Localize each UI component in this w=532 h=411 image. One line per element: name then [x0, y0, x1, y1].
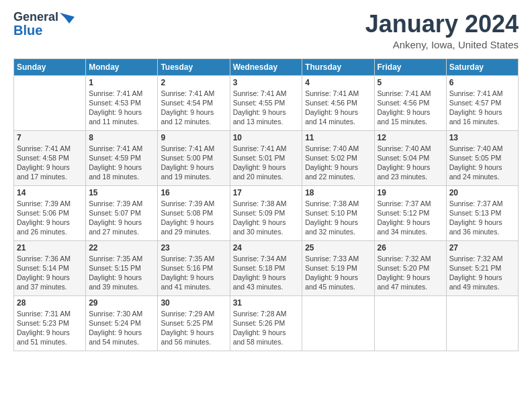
day-number: 5 [378, 78, 443, 87]
svg-marker-0 [60, 13, 75, 24]
day-info: Sunrise: 7:35 AMSunset: 5:16 PMDaylight:… [161, 254, 226, 292]
calendar-cell: 18Sunrise: 7:38 AMSunset: 5:10 PMDayligh… [302, 185, 374, 240]
calendar-cell: 4Sunrise: 7:41 AMSunset: 4:56 PMDaylight… [302, 75, 374, 130]
day-number: 29 [89, 298, 154, 308]
calendar-cell: 24Sunrise: 7:34 AMSunset: 5:18 PMDayligh… [230, 240, 302, 295]
month-title: January 2024 [365, 11, 519, 38]
calendar-cell: 30Sunrise: 7:29 AMSunset: 5:25 PMDayligh… [158, 295, 230, 351]
calendar-week-row: 28Sunrise: 7:31 AMSunset: 5:23 PMDayligh… [14, 295, 519, 351]
calendar-cell: 8Sunrise: 7:41 AMSunset: 4:59 PMDaylight… [86, 130, 158, 185]
day-number: 9 [161, 133, 226, 142]
calendar-week-row: 14Sunrise: 7:39 AMSunset: 5:06 PMDayligh… [14, 185, 519, 240]
col-tuesday: Tuesday [158, 58, 230, 75]
calendar-cell: 5Sunrise: 7:41 AMSunset: 4:56 PMDaylight… [374, 75, 446, 130]
calendar-cell: 31Sunrise: 7:28 AMSunset: 5:26 PMDayligh… [230, 295, 302, 351]
day-info: Sunrise: 7:40 AMSunset: 5:02 PMDaylight:… [305, 144, 371, 182]
calendar-cell: 11Sunrise: 7:40 AMSunset: 5:02 PMDayligh… [302, 130, 374, 185]
day-info: Sunrise: 7:38 AMSunset: 5:10 PMDaylight:… [305, 199, 371, 237]
day-number: 18 [305, 188, 371, 197]
day-info: Sunrise: 7:33 AMSunset: 5:19 PMDaylight:… [305, 254, 371, 292]
calendar-cell: 9Sunrise: 7:41 AMSunset: 5:00 PMDaylight… [158, 130, 230, 185]
calendar-cell [14, 75, 86, 130]
calendar-cell: 15Sunrise: 7:39 AMSunset: 5:07 PMDayligh… [86, 185, 158, 240]
day-info: Sunrise: 7:40 AMSunset: 5:04 PMDaylight:… [378, 144, 443, 182]
calendar-week-row: 21Sunrise: 7:36 AMSunset: 5:14 PMDayligh… [14, 240, 519, 295]
calendar-cell: 25Sunrise: 7:33 AMSunset: 5:19 PMDayligh… [302, 240, 374, 295]
day-number: 27 [449, 243, 515, 253]
location: Ankeny, Iowa, United States [365, 39, 519, 50]
day-info: Sunrise: 7:41 AMSunset: 4:58 PMDaylight:… [17, 144, 83, 182]
day-info: Sunrise: 7:41 AMSunset: 4:57 PMDaylight:… [449, 89, 515, 127]
calendar-cell: 20Sunrise: 7:37 AMSunset: 5:13 PMDayligh… [446, 185, 518, 240]
calendar-cell [446, 295, 518, 351]
day-info: Sunrise: 7:34 AMSunset: 5:18 PMDaylight:… [233, 254, 300, 292]
calendar-cell: 1Sunrise: 7:41 AMSunset: 4:53 PMDaylight… [86, 75, 158, 130]
col-saturday: Saturday [446, 58, 518, 75]
calendar-cell: 12Sunrise: 7:40 AMSunset: 5:04 PMDayligh… [374, 130, 446, 185]
day-number: 17 [233, 188, 300, 197]
day-info: Sunrise: 7:37 AMSunset: 5:12 PMDaylight:… [378, 199, 443, 237]
day-info: Sunrise: 7:41 AMSunset: 4:54 PMDaylight:… [161, 89, 226, 127]
day-number: 19 [378, 188, 443, 197]
calendar-table: Sunday Monday Tuesday Wednesday Thursday… [13, 58, 519, 351]
day-info: Sunrise: 7:41 AMSunset: 5:00 PMDaylight:… [161, 144, 226, 182]
calendar-cell: 6Sunrise: 7:41 AMSunset: 4:57 PMDaylight… [446, 75, 518, 130]
day-number: 14 [17, 188, 83, 197]
logo-bird-icon [60, 13, 75, 24]
calendar-cell: 23Sunrise: 7:35 AMSunset: 5:16 PMDayligh… [158, 240, 230, 295]
day-info: Sunrise: 7:37 AMSunset: 5:13 PMDaylight:… [449, 199, 515, 237]
calendar-cell: 28Sunrise: 7:31 AMSunset: 5:23 PMDayligh… [14, 295, 86, 351]
day-info: Sunrise: 7:35 AMSunset: 5:15 PMDaylight:… [89, 254, 154, 292]
day-info: Sunrise: 7:29 AMSunset: 5:25 PMDaylight:… [161, 309, 226, 347]
day-number: 20 [449, 188, 515, 197]
day-info: Sunrise: 7:40 AMSunset: 5:05 PMDaylight:… [449, 144, 515, 182]
calendar-cell: 21Sunrise: 7:36 AMSunset: 5:14 PMDayligh… [14, 240, 86, 295]
calendar-week-row: 7Sunrise: 7:41 AMSunset: 4:58 PMDaylight… [14, 130, 519, 185]
day-number: 23 [161, 243, 226, 253]
calendar-cell: 3Sunrise: 7:41 AMSunset: 4:55 PMDaylight… [230, 75, 302, 130]
calendar-cell: 10Sunrise: 7:41 AMSunset: 5:01 PMDayligh… [230, 130, 302, 185]
calendar-cell: 13Sunrise: 7:40 AMSunset: 5:05 PMDayligh… [446, 130, 518, 185]
day-info: Sunrise: 7:31 AMSunset: 5:23 PMDaylight:… [17, 309, 83, 347]
day-info: Sunrise: 7:41 AMSunset: 5:01 PMDaylight:… [233, 144, 300, 182]
day-number: 8 [89, 133, 154, 142]
day-number: 25 [305, 243, 371, 253]
calendar-cell: 27Sunrise: 7:32 AMSunset: 5:21 PMDayligh… [446, 240, 518, 295]
day-number: 21 [17, 243, 83, 253]
day-number: 2 [161, 78, 226, 87]
calendar-cell: 19Sunrise: 7:37 AMSunset: 5:12 PMDayligh… [374, 185, 446, 240]
logo: General Blue [13, 11, 75, 38]
day-info: Sunrise: 7:36 AMSunset: 5:14 PMDaylight:… [17, 254, 83, 292]
day-number: 22 [89, 243, 154, 253]
day-info: Sunrise: 7:41 AMSunset: 4:59 PMDaylight:… [89, 144, 154, 182]
day-number: 4 [305, 78, 371, 87]
day-number: 11 [305, 133, 371, 142]
day-info: Sunrise: 7:41 AMSunset: 4:53 PMDaylight:… [89, 89, 154, 127]
day-number: 28 [17, 298, 83, 308]
col-sunday: Sunday [14, 58, 86, 75]
col-friday: Friday [374, 58, 446, 75]
calendar-cell: 16Sunrise: 7:39 AMSunset: 5:08 PMDayligh… [158, 185, 230, 240]
col-thursday: Thursday [302, 58, 374, 75]
calendar-cell: 2Sunrise: 7:41 AMSunset: 4:54 PMDaylight… [158, 75, 230, 130]
day-number: 13 [449, 133, 515, 142]
col-monday: Monday [86, 58, 158, 75]
day-number: 7 [17, 133, 83, 142]
calendar-week-row: 1Sunrise: 7:41 AMSunset: 4:53 PMDaylight… [14, 75, 519, 130]
title-block: January 2024 Ankeny, Iowa, United States [365, 11, 519, 50]
day-number: 6 [449, 78, 515, 87]
day-number: 16 [161, 188, 226, 197]
calendar-cell: 29Sunrise: 7:30 AMSunset: 5:24 PMDayligh… [86, 295, 158, 351]
day-number: 26 [378, 243, 443, 253]
day-number: 3 [233, 78, 300, 87]
day-info: Sunrise: 7:41 AMSunset: 4:56 PMDaylight:… [305, 89, 371, 127]
calendar-cell [302, 295, 374, 351]
page-container: General Blue January 2024 Ankeny, Iowa, … [0, 0, 532, 358]
day-info: Sunrise: 7:41 AMSunset: 4:55 PMDaylight:… [233, 89, 300, 127]
day-number: 12 [378, 133, 443, 142]
calendar-cell: 26Sunrise: 7:32 AMSunset: 5:20 PMDayligh… [374, 240, 446, 295]
calendar-cell [374, 295, 446, 351]
day-number: 31 [233, 298, 300, 308]
day-info: Sunrise: 7:38 AMSunset: 5:09 PMDaylight:… [233, 199, 300, 237]
day-info: Sunrise: 7:28 AMSunset: 5:26 PMDaylight:… [233, 309, 300, 347]
